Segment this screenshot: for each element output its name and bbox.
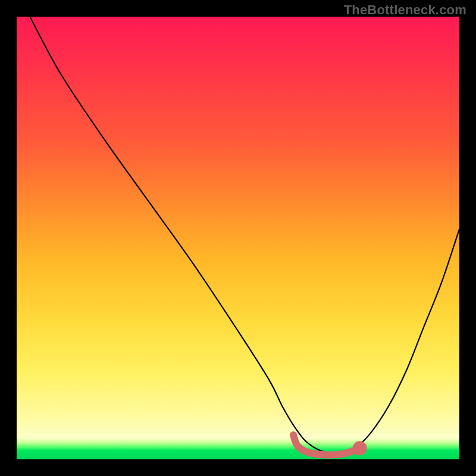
chart-svg — [17, 17, 459, 459]
optimal-range-end-dot — [353, 441, 367, 455]
watermark-text: TheBottleneck.com — [344, 2, 466, 18]
plot-area — [17, 17, 459, 459]
chart-frame: TheBottleneck.com — [0, 0, 476, 476]
bottleneck-curve — [30, 17, 459, 454]
